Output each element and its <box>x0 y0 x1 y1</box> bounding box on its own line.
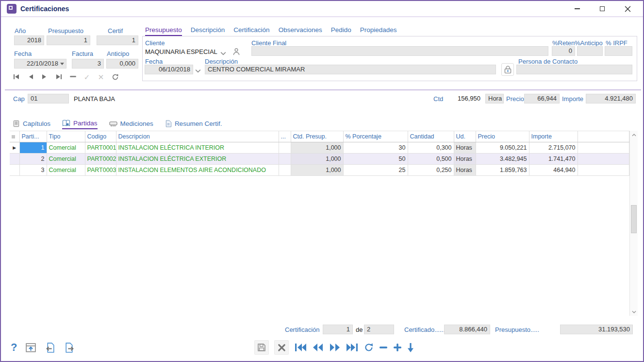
cliente-combo[interactable]: MAQUINARIA ESPECIAL E <box>145 48 218 55</box>
delete-record-button[interactable] <box>69 73 77 81</box>
cell-dots[interactable] <box>279 154 291 165</box>
header-codigo[interactable]: Codigo <box>85 131 116 142</box>
tab-presupuesto[interactable]: Presupuesto <box>145 26 182 36</box>
cell-ctd-presup[interactable]: 1,000 <box>291 165 343 176</box>
row-selector-cell[interactable]: ▶ <box>10 142 19 154</box>
vertical-scrollbar[interactable] <box>629 131 638 316</box>
header-porcentaje[interactable]: % Porcentaje <box>343 131 408 142</box>
tab-observaciones[interactable]: Observaciones <box>279 26 322 36</box>
cell-codigo[interactable]: PART0001 <box>85 142 116 154</box>
tab-descripcion[interactable]: Descripción <box>191 26 225 36</box>
import-document-button[interactable] <box>45 342 56 353</box>
cell-precio[interactable]: 9.050,221 <box>476 142 529 154</box>
save-button[interactable] <box>254 340 269 355</box>
cancel-button[interactable] <box>274 340 289 355</box>
export-document-button[interactable] <box>64 342 75 353</box>
header-ud[interactable]: Ud. <box>454 131 476 142</box>
last-page-button[interactable] <box>346 343 359 352</box>
cell-parti[interactable]: 3 <box>19 165 47 176</box>
next-record-button[interactable] <box>41 73 49 81</box>
header-cantidad[interactable]: Cantidad <box>408 131 454 142</box>
close-button[interactable] <box>615 1 640 17</box>
last-record-button[interactable] <box>55 73 63 81</box>
maximize-button[interactable] <box>590 1 615 17</box>
table-row[interactable]: 3ComercialPART0003INSTALACION ELEMENTOS … <box>10 165 629 176</box>
cell-ctd-presup[interactable]: 1,000 <box>291 154 343 165</box>
tab-certificacion[interactable]: Certificación <box>233 26 269 36</box>
prior-record-button[interactable] <box>27 73 34 81</box>
cell-ud[interactable]: Horas <box>454 165 476 176</box>
cell-tipo[interactable]: Comercial <box>47 165 85 176</box>
cell-porcentaje[interactable]: 50 <box>343 154 408 165</box>
cell-parti[interactable]: 2 <box>19 154 47 165</box>
first-record-button[interactable] <box>13 73 20 81</box>
table-row[interactable]: 2ComercialPART0002INSTALACION ELÉCTRICA … <box>10 154 629 165</box>
cell-importe[interactable]: 464,940 <box>529 165 578 176</box>
remove-button[interactable] <box>379 343 388 352</box>
cell-ud[interactable]: Horas <box>454 154 476 165</box>
cell-importe[interactable]: 1.741,470 <box>529 154 578 165</box>
fast-forward-button[interactable] <box>329 343 341 352</box>
tab-propiedades[interactable]: Propiedades <box>360 26 397 36</box>
cell-ud[interactable]: Horas <box>454 142 476 154</box>
cell-parti[interactable]: 1 <box>19 142 47 154</box>
refresh-record-button[interactable] <box>111 73 119 81</box>
table-row[interactable]: ▶1ComercialPART0001INSTALACION ELÉCTRICA… <box>10 142 629 154</box>
cell-dots[interactable] <box>279 142 291 154</box>
cell-precio[interactable]: 3.482,945 <box>476 154 529 165</box>
cell-tipo[interactable]: Comercial <box>47 154 85 165</box>
row-selector-cell[interactable] <box>10 154 19 165</box>
header-precio[interactable]: Precio <box>476 131 529 142</box>
scroll-down-icon[interactable] <box>630 308 638 316</box>
post-record-button[interactable]: ✓ <box>83 73 91 81</box>
cell-porcentaje[interactable]: 25 <box>343 165 408 176</box>
subtab-capitulos[interactable]: Capítulos <box>13 120 50 129</box>
fast-backward-button[interactable] <box>312 343 324 352</box>
export-window-button[interactable] <box>25 342 36 353</box>
cliente-chevron-icon[interactable] <box>220 50 227 54</box>
cliente-lookup-button[interactable] <box>231 46 242 57</box>
cell-precio[interactable]: 1.859,763 <box>476 165 529 176</box>
move-down-button[interactable] <box>407 343 414 353</box>
row-selector-cell[interactable] <box>10 165 19 176</box>
subtab-partidas[interactable]: Partidas <box>62 120 98 129</box>
cell-cantidad[interactable]: 0,250 <box>408 165 454 176</box>
fecha-field[interactable]: 22/10/2018 <box>14 59 66 69</box>
cell-descripcion[interactable]: INSTALACION ELÉCTRICA EXTERIOR <box>116 154 279 165</box>
cell-codigo[interactable]: PART0002 <box>85 154 116 165</box>
scroll-up-icon[interactable] <box>630 131 638 139</box>
cell-dots[interactable] <box>279 165 291 176</box>
minimize-button[interactable] <box>564 1 590 17</box>
fecha-dropdown-icon[interactable] <box>60 63 64 65</box>
cell-ctd-presup[interactable]: 1,000 <box>291 142 343 154</box>
header-descripcion[interactable]: Descripcion <box>116 131 279 142</box>
add-button[interactable] <box>393 343 402 352</box>
header-importe[interactable]: Importe <box>529 131 578 142</box>
lock-button[interactable] <box>501 63 514 76</box>
cell-descripcion[interactable]: INSTALACION ELÉCTRICA INTERIOR <box>116 142 279 154</box>
subtab-resumen-certif[interactable]: Resumen Certif. <box>165 120 222 129</box>
cell-filler[interactable] <box>578 154 629 165</box>
header-tipo[interactable]: Tipo <box>47 131 85 142</box>
cell-porcentaje[interactable]: 30 <box>343 142 408 154</box>
cell-filler[interactable] <box>578 142 629 154</box>
cell-cantidad[interactable]: 0,300 <box>408 142 454 154</box>
help-button[interactable]: ? <box>11 341 17 354</box>
header-dots[interactable]: ... <box>279 131 291 142</box>
refresh-button[interactable] <box>364 343 374 352</box>
import-document-icon <box>45 342 56 353</box>
header-ctd-presup[interactable]: Ctd. Presup. <box>291 131 343 142</box>
subtab-mediciones[interactable]: Mediciones <box>109 120 153 129</box>
cancel-record-button[interactable]: ✕ <box>97 73 105 81</box>
cell-tipo[interactable]: Comercial <box>47 142 85 154</box>
header-parti[interactable]: Parti... <box>19 131 47 142</box>
cell-codigo[interactable]: PART0003 <box>85 165 116 176</box>
tab-pedido[interactable]: Pedido <box>331 26 351 36</box>
cell-cantidad[interactable]: 0,500 <box>408 154 454 165</box>
fecha2-chevron-icon[interactable] <box>195 67 202 72</box>
first-page-button[interactable] <box>294 343 307 352</box>
scrollbar-thumb[interactable] <box>631 205 637 233</box>
cell-filler[interactable] <box>578 165 629 176</box>
cell-descripcion[interactable]: INSTALACION ELEMENTOS AIRE ACONDICIONADO <box>116 165 279 176</box>
cell-importe[interactable]: 2.715,070 <box>529 142 578 154</box>
